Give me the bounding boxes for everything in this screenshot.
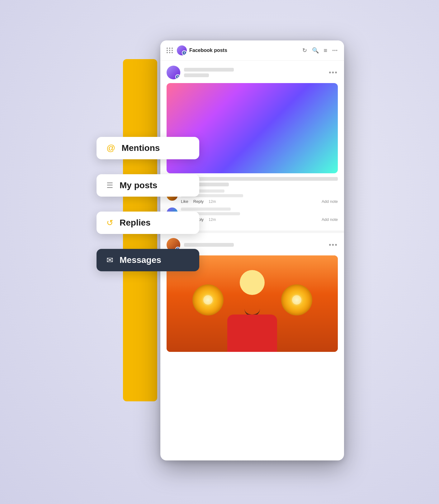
add-note-button[interactable]: Add note <box>322 199 338 204</box>
filter-icon[interactable]: ≡ <box>324 47 328 54</box>
comment-content-2: Like Reply 12m Add note <box>181 208 338 222</box>
more-icon[interactable]: ••• <box>332 48 338 53</box>
comment-content: Like Reply 12m Add note <box>181 189 338 204</box>
mentions-card[interactable]: @ Mentions <box>97 137 199 159</box>
messages-icon: ✉ <box>106 255 113 265</box>
person-face <box>240 270 265 295</box>
header-actions: ↻ 🔍 ≡ ••• <box>302 47 338 54</box>
skeleton-name <box>184 68 234 72</box>
header-avatar: f <box>177 45 187 55</box>
grid-icon <box>167 48 173 53</box>
post-header: f ••• <box>167 66 338 79</box>
refresh-icon[interactable]: ↻ <box>302 47 307 54</box>
my-posts-card[interactable]: ☰ My posts <box>97 174 199 197</box>
mentions-label: Mentions <box>121 143 160 153</box>
skeleton-meta <box>184 73 209 77</box>
search-icon[interactable]: 🔍 <box>312 47 319 54</box>
comment-actions: Like Reply 12m Add note <box>181 199 338 204</box>
skeleton-name-2 <box>184 243 234 247</box>
facebook-badge: f <box>182 50 187 55</box>
reply-button[interactable]: Reply <box>193 199 204 204</box>
gradient-visual <box>167 83 338 173</box>
post-image-gradient <box>167 83 338 173</box>
add-note-button-2[interactable]: Add note <box>322 217 338 222</box>
replies-icon: ↺ <box>106 218 113 228</box>
replies-label: Replies <box>120 218 151 228</box>
comment-time: 12m <box>209 199 216 204</box>
post-more-button[interactable]: ••• <box>329 68 338 77</box>
orange-slice-left <box>192 284 224 315</box>
replies-card[interactable]: ↺ Replies <box>97 212 199 234</box>
mentions-icon: @ <box>106 143 115 153</box>
panel-header: f Facebook posts ↻ 🔍 ≡ ••• <box>160 40 344 61</box>
messages-label: Messages <box>120 255 161 265</box>
like-button[interactable]: Like <box>181 199 188 204</box>
orange-slice-right <box>281 284 312 315</box>
comment-actions-2: Like Reply 12m Add note <box>181 217 338 222</box>
post-avatar: f <box>167 66 180 79</box>
comment-time-2: 12m <box>209 217 216 222</box>
post-name-area <box>184 68 329 77</box>
my-posts-label: My posts <box>120 180 157 190</box>
post-name-area-2 <box>184 243 329 247</box>
post-more-button-2[interactable]: ••• <box>329 241 338 249</box>
comment2-skeleton-1 <box>181 208 231 211</box>
my-posts-icon: ☰ <box>106 181 113 190</box>
person-shirt <box>227 315 277 352</box>
main-scene: f Facebook posts ↻ 🔍 ≡ ••• f ••• <box>79 34 360 470</box>
facebook-badge: f <box>175 74 180 79</box>
panel-title: Facebook posts <box>189 48 302 53</box>
messages-card[interactable]: ✉ Messages <box>97 249 199 271</box>
